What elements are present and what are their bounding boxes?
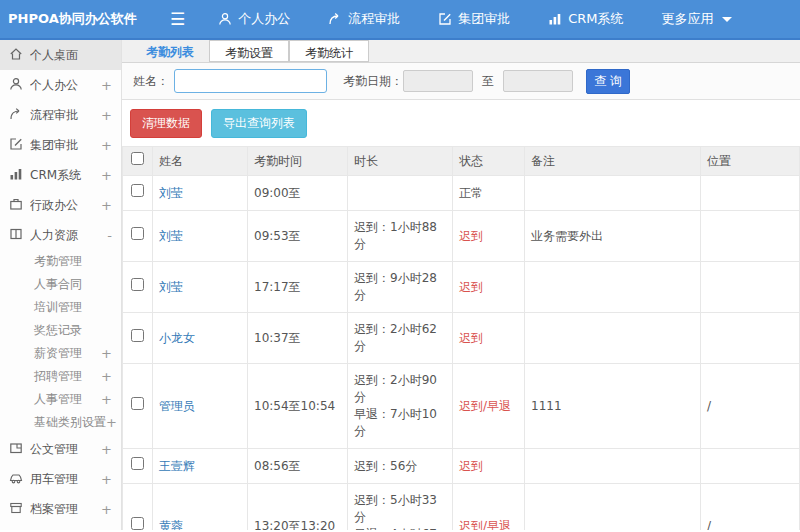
table-row: 刘莹 09:53至 迟到：1小时88分 迟到 业务需要外出 — [123, 211, 800, 262]
status-badge: 迟到/早退 — [453, 364, 525, 449]
row-checkbox[interactable] — [131, 227, 144, 240]
expand-plus[interactable]: + — [101, 502, 112, 517]
sidebar-sub-recruit[interactable]: 招聘管理 + — [0, 365, 121, 388]
expand-plus[interactable]: + — [101, 168, 112, 183]
col-header-name: 姓名 — [153, 147, 248, 176]
date-filter-label: 考勤日期： — [343, 73, 403, 90]
status-badge: 迟到 — [453, 262, 525, 313]
user-icon — [9, 77, 23, 94]
sidebar-item-workflow-approval[interactable]: 流程审批 + — [0, 100, 121, 130]
sidebar-item-archive-mgmt[interactable]: 档案管理 + — [0, 494, 121, 524]
col-header-note: 备注 — [525, 147, 701, 176]
col-header-location: 位置 — [701, 147, 800, 176]
nav-more-apps[interactable]: 更多应用 — [662, 10, 732, 28]
sidebar-sub-salary[interactable]: 薪资管理 + — [0, 342, 121, 365]
table-row: 管理员 10:54至10:54 迟到：2小时90分早退：7小时10分 迟到/早退… — [123, 364, 800, 449]
expand-plus[interactable]: + — [101, 138, 112, 153]
row-checkbox[interactable] — [131, 397, 144, 410]
col-header-status: 状态 — [453, 147, 525, 176]
employee-name-link[interactable]: 黄蓉 — [159, 519, 183, 531]
row-checkbox[interactable] — [131, 329, 144, 342]
row-checkbox[interactable] — [131, 184, 144, 197]
row-checkbox[interactable] — [131, 457, 144, 470]
filter-bar: 姓名： 考勤日期： 至 查 询 — [122, 63, 800, 100]
share-icon — [328, 12, 342, 26]
sidebar-item-personal-office[interactable]: 个人办公 + — [0, 70, 121, 100]
clear-data-button[interactable]: 清理数据 — [130, 109, 202, 138]
expand-plus[interactable]: + — [101, 472, 112, 487]
expand-plus[interactable]: + — [101, 198, 112, 213]
employee-name-link[interactable]: 管理员 — [159, 399, 195, 413]
employee-name-link[interactable]: 小龙女 — [159, 331, 195, 345]
sidebar-sub-attendance[interactable]: 考勤管理 — [0, 250, 121, 273]
action-bar: 清理数据 导出查询列表 — [122, 100, 800, 146]
sidebar-item-group-approval[interactable]: 集团审批 + — [0, 130, 121, 160]
row-checkbox[interactable] — [131, 517, 144, 530]
date-to-label: 至 — [482, 73, 494, 90]
status-badge: 正常 — [453, 176, 525, 211]
tab-attendance-settings[interactable]: 考勤设置 — [209, 40, 289, 62]
date-from-input[interactable] — [403, 70, 473, 92]
row-checkbox[interactable] — [131, 278, 144, 291]
edit-icon — [9, 137, 23, 154]
status-badge: 迟到/早退 — [453, 484, 525, 531]
book-icon — [9, 227, 23, 244]
tab-attendance-list[interactable]: 考勤列表 — [131, 40, 209, 62]
tab-attendance-stats[interactable]: 考勤统计 — [289, 40, 369, 62]
status-badge: 迟到 — [453, 211, 525, 262]
status-badge: 迟到 — [453, 449, 525, 484]
top-bar: PHPOA协同办公软件 ☰ 个人办公 流程审批 集团审批 CRM系统 更多应用 — [0, 0, 800, 40]
date-to-input[interactable] — [503, 70, 573, 92]
sidebar-item-hr[interactable]: 人力资源 - — [0, 220, 121, 250]
expand-plus[interactable]: + — [101, 369, 112, 384]
status-badge: 迟到 — [453, 313, 525, 364]
sidebar-item-crm[interactable]: CRM系统 + — [0, 160, 121, 190]
employee-name-link[interactable]: 刘莹 — [159, 280, 183, 294]
home-icon — [9, 47, 23, 64]
table-row: 王壹辉 08:56至 迟到：56分 迟到 — [123, 449, 800, 484]
menu-toggle-icon[interactable]: ☰ — [170, 9, 185, 29]
query-button[interactable]: 查 询 — [586, 69, 630, 94]
sidebar-sub-base-category[interactable]: 基础类别设置 + — [0, 411, 121, 434]
name-filter-input[interactable] — [174, 69, 327, 93]
table-row: 小龙女 10:37至 迟到：2小时62分 迟到 — [123, 313, 800, 364]
expand-plus[interactable]: + — [101, 108, 112, 123]
chart-icon — [548, 12, 562, 26]
select-all-checkbox[interactable] — [131, 152, 144, 165]
expand-plus[interactable]: + — [106, 415, 117, 430]
expand-plus[interactable]: + — [101, 442, 112, 457]
sidebar-sub-hr-contract[interactable]: 人事合同 — [0, 273, 121, 296]
sidebar-item-document-mgmt[interactable]: 公文管理 + — [0, 434, 121, 464]
edit-icon — [438, 12, 452, 26]
expand-plus[interactable]: + — [101, 392, 112, 407]
name-filter-label: 姓名： — [133, 73, 169, 90]
export-list-button[interactable]: 导出查询列表 — [211, 109, 307, 138]
main-content: 考勤列表 考勤设置 考勤统计 姓名： 考勤日期： 至 查 询 清理数据 导出查询… — [122, 40, 800, 530]
sidebar-item-project-mgmt[interactable]: 项目管理 + — [0, 524, 121, 530]
sidebar: 个人桌面 个人办公 + 流程审批 + 集团审批 + CRM系统 + 行政办公 + — [0, 40, 122, 530]
sidebar-item-vehicle-mgmt[interactable]: 用车管理 + — [0, 464, 121, 494]
document-icon — [9, 441, 23, 458]
sidebar-item-admin-office[interactable]: 行政办公 + — [0, 190, 121, 220]
sidebar-sub-personnel[interactable]: 人事管理 + — [0, 388, 121, 411]
expand-plus[interactable]: + — [101, 78, 112, 93]
nav-crm[interactable]: CRM系统 — [548, 10, 623, 28]
nav-group-approval[interactable]: 集团审批 — [438, 10, 510, 28]
briefcase-icon — [9, 197, 23, 214]
caret-down-icon — [722, 17, 732, 22]
attendance-table: 姓名 考勤时间 时长 状态 备注 位置 刘莹 09:00至 正常 — [122, 146, 800, 530]
sidebar-sub-training[interactable]: 培训管理 — [0, 296, 121, 319]
employee-name-link[interactable]: 王壹辉 — [159, 459, 195, 473]
table-row: 刘莹 09:00至 正常 — [123, 176, 800, 211]
employee-name-link[interactable]: 刘莹 — [159, 186, 183, 200]
sidebar-sub-rewards[interactable]: 奖惩记录 — [0, 319, 121, 342]
nav-workflow-approval[interactable]: 流程审批 — [328, 10, 400, 28]
expand-minus[interactable]: - — [107, 228, 112, 243]
table-header-row: 姓名 考勤时间 时长 状态 备注 位置 — [123, 147, 800, 176]
nav-personal-office[interactable]: 个人办公 — [218, 10, 290, 28]
employee-name-link[interactable]: 刘莹 — [159, 229, 183, 243]
sidebar-item-personal-desktop[interactable]: 个人桌面 — [0, 40, 121, 70]
archive-icon — [9, 501, 23, 518]
attendance-table-wrap: 姓名 考勤时间 时长 状态 备注 位置 刘莹 09:00至 正常 — [122, 146, 800, 530]
expand-plus[interactable]: + — [101, 346, 112, 361]
